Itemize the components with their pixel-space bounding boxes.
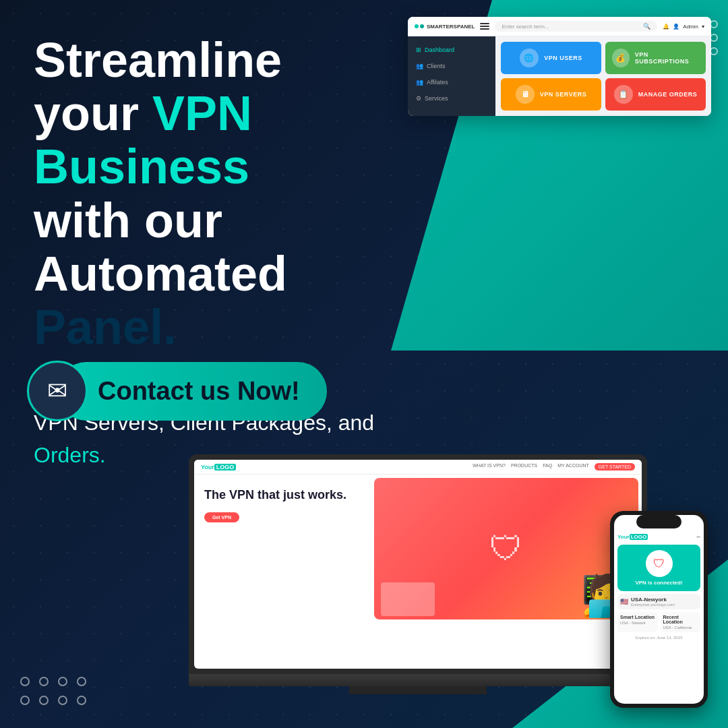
dot-1	[710, 20, 718, 28]
smart-location-card: Smart Location USA - Newark	[617, 612, 658, 632]
panel-search[interactable]: Enter search term... 🔍	[495, 21, 657, 32]
phone-mockup: YourLOGO ··· 🛡 VPN is connected! 🇺🇸 USA-…	[610, 511, 708, 708]
dot-2	[710, 34, 718, 42]
nav-item-4[interactable]: MY ACCOUNT	[557, 463, 589, 471]
bell-icon: 🔔	[663, 24, 669, 30]
card-manage-orders[interactable]: 📋 MANAGE ORDERS	[605, 78, 706, 111]
panel-mockup-top: SMARTERSPANEL Enter search term... 🔍 🔔 👤…	[408, 17, 711, 116]
bdot-7	[58, 696, 67, 705]
bdot-3	[58, 677, 67, 686]
bdot-5	[20, 696, 30, 705]
phone-content: YourLOGO ··· 🛡 VPN is connected! 🇺🇸 USA-…	[614, 528, 704, 643]
bdot-6	[39, 696, 49, 705]
email-icon-circle: ✉	[27, 361, 88, 421]
panel-sidebar: ⊞ Dashboard 👥 Clients 👥 Affilates ⚙ Serv…	[408, 36, 495, 116]
contact-button-wrapper[interactable]: ✉ Contact us Now!	[27, 361, 327, 421]
dot-3	[710, 47, 718, 55]
laptop-screen-outer: YourLOGO WHAT IS VPN? PRODUCTS FAQ MY AC…	[189, 454, 647, 674]
admin-label: Admin	[683, 24, 698, 30]
manage-orders-label: MANAGE ORDERS	[638, 91, 698, 98]
panel-logo-dots	[415, 24, 424, 28]
sidebar-item-dashboard[interactable]: ⊞ Dashboard	[408, 42, 495, 58]
vpn-subscriptions-icon: 💰	[612, 49, 630, 67]
nav-item-5[interactable]: GET STARTED	[595, 463, 635, 471]
clients-icon: 👥	[416, 63, 423, 69]
email-icon: ✉	[47, 377, 67, 405]
site-hero: The VPN that just works. Get VPN 🛡 🧑‍💻	[194, 475, 642, 623]
panel-search-placeholder: Enter search term...	[502, 24, 549, 30]
dots-bottom-left-decoration	[20, 677, 89, 708]
vpn-users-icon: 🌐	[520, 49, 539, 67]
manage-orders-icon: 📋	[614, 85, 633, 104]
site-hero-image: 🛡 🧑‍💻	[374, 478, 638, 619]
phone-logo: YourLOGO	[617, 534, 648, 540]
recent-location-card: Recent Location USA - California	[661, 612, 701, 632]
nav-item-1[interactable]: WHAT IS VPN?	[473, 463, 506, 471]
sidebar-item-affiliates[interactable]: 👥 Affilates	[408, 74, 495, 90]
website-header: YourLOGO WHAT IS VPN? PRODUCTS FAQ MY AC…	[194, 460, 642, 475]
panel-main-grid: 🌐 VPN USERS 💰 VPN SUBSCRIPTIONS 🖥 VPN SE…	[495, 36, 711, 116]
phone-location-name: USA-Newyork	[631, 597, 675, 603]
laptop-screen: YourLOGO WHAT IS VPN? PRODUCTS FAQ MY AC…	[194, 460, 642, 669]
site-hero-text: The VPN that just works. Get VPN	[194, 475, 371, 623]
nav-item-3[interactable]: FAQ	[543, 463, 552, 471]
site-nav: WHAT IS VPN? PRODUCTS FAQ MY ACCOUNT GET…	[473, 463, 635, 471]
laptop-stand	[349, 686, 487, 694]
site-logo: YourLOGO	[201, 464, 236, 471]
menu-line-3	[480, 28, 489, 30]
phone-location-info: USA-Newyork Enterprise.yourlogo.com	[631, 597, 675, 607]
menu-line-2	[480, 26, 489, 27]
dropdown-icon: ▾	[702, 24, 704, 30]
search-icon: 🔍	[643, 23, 650, 30]
phone-locations-section: Smart Location USA - Newark Recent Locat…	[617, 612, 700, 632]
headline-line2-prefix: your	[34, 86, 152, 140]
vpn-shield-icon: 🛡	[646, 550, 673, 577]
bdot-8	[77, 696, 86, 705]
vpn-users-label: VPN USERS	[544, 55, 582, 61]
phone-location-row: 🇺🇸 USA-Newyork Enterprise.yourlogo.com	[617, 594, 700, 609]
panel-logo-area: SMARTERSPANEL	[415, 24, 475, 30]
contact-now-button[interactable]: Contact us Now!	[57, 362, 327, 421]
menu-icon[interactable]	[480, 23, 489, 30]
panel-body: ⊞ Dashboard 👥 Clients 👥 Affilates ⚙ Serv…	[408, 36, 711, 116]
card-vpn-users[interactable]: 🌐 VPN USERS	[501, 42, 601, 74]
sidebar-item-services[interactable]: ⚙ Services	[408, 90, 495, 107]
dots-right-decoration	[710, 20, 718, 55]
panel-header: SMARTERSPANEL Enter search term... 🔍 🔔 👤…	[408, 17, 711, 36]
card-vpn-servers[interactable]: 🖥 VPN SERVERS	[501, 78, 601, 111]
left-text-section: Streamline your VPN Business with our Au…	[34, 34, 384, 512]
smart-location-title: Smart Location	[620, 615, 655, 619]
smart-location-value: USA - Newark	[620, 621, 655, 625]
phone-notch	[636, 515, 681, 528]
bdot-1	[20, 677, 30, 686]
laptop-base	[189, 674, 647, 686]
panel-logo-text: SMARTERSPANEL	[427, 24, 475, 30]
headline-line3-prefix: with our Automated	[34, 193, 287, 301]
headline-panel-highlight: Panel.	[34, 300, 177, 354]
menu-line-1	[480, 23, 489, 24]
flag-icon: 🇺🇸	[620, 598, 628, 605]
vpn-subscriptions-label: VPN SUBSCRIPTIONS	[635, 51, 699, 65]
card-vpn-subscriptions[interactable]: 💰 VPN SUBSCRIPTIONS	[605, 42, 706, 74]
subtext-orders-highlight: Orders.	[34, 443, 106, 467]
sidebar-item-clients[interactable]: 👥 Clients	[408, 58, 495, 74]
affiliates-icon: 👥	[416, 79, 423, 86]
vpn-connected-text: VPN is connected!	[623, 580, 695, 586]
panel-header-icons: 🔔 👤 Admin ▾	[663, 24, 704, 30]
recent-location-value: USA - California	[663, 626, 698, 630]
vpn-servers-label: VPN SERVERS	[540, 91, 586, 98]
nav-item-2[interactable]: PRODUCTS	[511, 463, 537, 471]
contact-button-label: Contact us Now!	[98, 377, 300, 405]
logo-dot-teal	[415, 24, 419, 28]
phone-location-detail: Enterprise.yourlogo.com	[631, 603, 675, 607]
headline-line1: Streamline	[34, 33, 282, 87]
user-icon: 👤	[673, 24, 679, 30]
headline: Streamline your VPN Business with our Au…	[34, 34, 384, 354]
phone-expiry: Expires on: June 13, 2023	[617, 636, 700, 640]
phone-screen: YourLOGO ··· 🛡 VPN is connected! 🇺🇸 USA-…	[614, 515, 704, 704]
bdot-2	[39, 677, 49, 686]
phone-outer: YourLOGO ··· 🛡 VPN is connected! 🇺🇸 USA-…	[610, 511, 708, 708]
vpn-servers-icon: 🖥	[516, 85, 535, 104]
bdot-4	[77, 677, 86, 686]
get-vpn-button[interactable]: Get VPN	[204, 512, 239, 522]
